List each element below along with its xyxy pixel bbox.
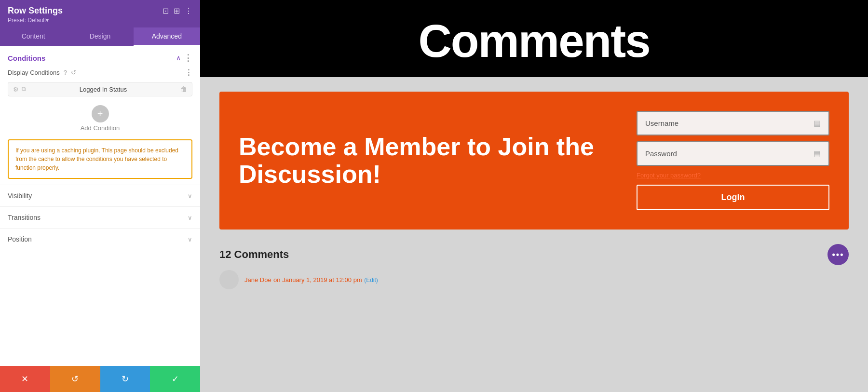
- refresh-icon[interactable]: ↺: [71, 69, 76, 76]
- condition-row: ⚙ ⧉ Logged In Status 🗑: [8, 82, 192, 96]
- comment-author-link[interactable]: Jane Doe: [244, 276, 271, 284]
- membership-card-text: Become a Member to Join the Discussion!: [239, 133, 617, 188]
- main-area: Comments Become a Member to Join the Dis…: [200, 0, 868, 392]
- add-condition-button[interactable]: + Add Condition: [8, 101, 192, 134]
- add-condition-plus: +: [97, 108, 103, 120]
- caching-warning-text: If you are using a caching plugin, This …: [15, 146, 185, 172]
- conditions-section-header: Conditions ∧ ⋮: [8, 54, 192, 62]
- main-content: Become a Member to Join the Discussion! …: [200, 77, 868, 304]
- redo-button[interactable]: ↻: [100, 366, 150, 392]
- panel-header-icons: ⊡ ⊞ ⋮: [163, 6, 192, 15]
- transitions-chevron: ∨: [188, 214, 192, 221]
- display-conditions-dots[interactable]: ⋮: [185, 68, 192, 77]
- password-icon: ▤: [814, 149, 821, 158]
- transitions-title: Transitions: [8, 214, 41, 221]
- panel-tabs: Content Design Advanced: [0, 27, 200, 46]
- columns-icon[interactable]: ⊞: [174, 6, 180, 15]
- login-form: Username ▤ Password ▤ Forgot your passwo…: [637, 111, 829, 210]
- visibility-chevron: ∨: [188, 192, 192, 200]
- conditions-section: Conditions ∧ ⋮ Display Conditions ? ↺ ⋮ …: [0, 46, 200, 185]
- expand-icon[interactable]: ⊡: [163, 6, 169, 15]
- close-button[interactable]: ✕: [0, 366, 50, 392]
- membership-card: Become a Member to Join the Discussion! …: [219, 92, 849, 230]
- panel-menu-icon[interactable]: ⋮: [185, 6, 192, 15]
- panel-header: Row Settings ⊡ ⊞ ⋮ Preset: Default▾: [0, 0, 200, 27]
- condition-row-icons: ⚙ ⧉: [13, 85, 26, 93]
- forgot-password-link[interactable]: Forgot your password?: [637, 172, 829, 179]
- left-panel: Row Settings ⊡ ⊞ ⋮ Preset: Default▾ Cont…: [0, 0, 200, 392]
- position-title: Position: [8, 235, 32, 243]
- username-field[interactable]: Username ▤: [637, 111, 829, 135]
- panel-title: Row Settings: [8, 6, 63, 16]
- undo-button[interactable]: ↺: [50, 366, 100, 392]
- login-button[interactable]: Login: [637, 185, 829, 210]
- close-icon: ✕: [21, 374, 28, 384]
- comment-preview-row: Jane Doe on January 1, 2019 at 12:00 pm …: [219, 270, 849, 289]
- add-condition-circle: +: [92, 105, 109, 122]
- tab-advanced[interactable]: Advanced: [134, 27, 200, 46]
- password-placeholder: Password: [645, 149, 677, 158]
- bottom-toolbar: ✕ ↺ ↻ ✓: [0, 366, 200, 392]
- comment-on-text: on: [273, 276, 282, 284]
- redo-icon: ↻: [122, 374, 129, 384]
- display-conditions-row: Display Conditions ? ↺ ⋮: [8, 68, 192, 77]
- transitions-section[interactable]: Transitions ∨: [0, 207, 200, 229]
- position-chevron: ∨: [188, 236, 192, 243]
- tab-design[interactable]: Design: [67, 27, 133, 46]
- display-conditions-label: Display Conditions: [8, 69, 60, 76]
- comment-date: January 1, 2019 at 12:00 pm: [282, 276, 362, 284]
- undo-icon: ↺: [71, 374, 79, 384]
- visibility-title: Visibility: [8, 192, 32, 200]
- comments-menu-button[interactable]: •••: [827, 244, 849, 265]
- comments-count-label: 12 Comments: [219, 248, 289, 261]
- password-field[interactable]: Password ▤: [637, 141, 829, 166]
- panel-content: Conditions ∧ ⋮ Display Conditions ? ↺ ⋮ …: [0, 46, 200, 392]
- comments-page-title: Comments: [200, 14, 868, 68]
- panel-preset[interactable]: Preset: Default▾: [8, 17, 192, 24]
- comments-hero: Comments: [200, 0, 868, 77]
- condition-settings-icon[interactable]: ⚙: [13, 86, 19, 93]
- add-condition-label: Add Condition: [81, 124, 120, 132]
- comments-menu-dots-icon: •••: [832, 250, 844, 260]
- comment-edit-link[interactable]: (Edit): [364, 277, 378, 284]
- condition-copy-icon[interactable]: ⧉: [22, 85, 26, 93]
- visibility-section[interactable]: Visibility ∨: [0, 185, 200, 207]
- condition-label: Logged In Status: [29, 86, 177, 93]
- condition-delete-icon[interactable]: 🗑: [180, 85, 187, 93]
- conditions-controls: ∧ ⋮: [176, 54, 192, 62]
- tab-content[interactable]: Content: [0, 27, 67, 46]
- save-button[interactable]: ✓: [150, 366, 200, 392]
- comments-count-row: 12 Comments •••: [219, 244, 849, 265]
- username-icon: ▤: [814, 119, 821, 128]
- save-icon: ✓: [172, 374, 179, 384]
- comment-avatar: [219, 270, 239, 289]
- caching-warning-box: If you are using a caching plugin, This …: [8, 139, 192, 179]
- username-placeholder: Username: [645, 119, 678, 127]
- help-icon[interactable]: ?: [64, 69, 67, 76]
- conditions-title: Conditions: [8, 54, 45, 62]
- conditions-dots[interactable]: ⋮: [184, 54, 192, 62]
- conditions-chevron[interactable]: ∧: [176, 54, 181, 62]
- comment-meta-block: Jane Doe on January 1, 2019 at 12:00 pm …: [244, 275, 378, 284]
- position-section[interactable]: Position ∨: [0, 229, 200, 250]
